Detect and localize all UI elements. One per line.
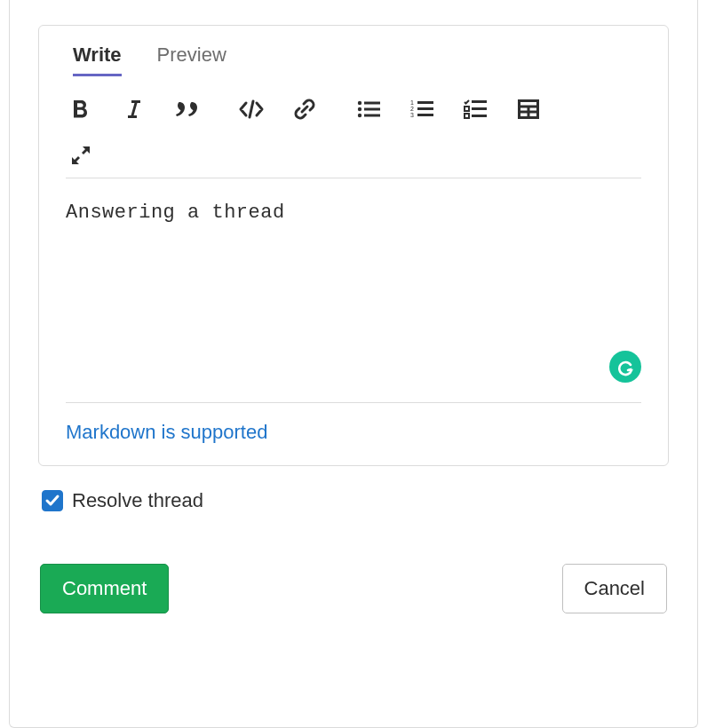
resolve-thread-row: Resolve thread bbox=[42, 489, 669, 512]
code-icon bbox=[238, 99, 265, 120]
comment-button[interactable]: Comment bbox=[40, 564, 169, 613]
svg-rect-9 bbox=[417, 107, 433, 110]
link-button[interactable] bbox=[290, 94, 320, 124]
svg-rect-7 bbox=[417, 101, 433, 104]
svg-rect-15 bbox=[465, 114, 469, 118]
fullscreen-button[interactable] bbox=[66, 140, 96, 170]
toolbar-group-code bbox=[236, 94, 320, 124]
numbered-list-icon: 123 bbox=[410, 99, 433, 119]
svg-point-0 bbox=[358, 101, 361, 105]
task-list-icon bbox=[464, 99, 487, 119]
button-row: Comment Cancel bbox=[38, 564, 669, 613]
resolve-thread-checkbox[interactable] bbox=[42, 490, 63, 511]
task-list-button[interactable] bbox=[460, 94, 490, 124]
table-icon bbox=[518, 99, 539, 119]
cancel-button[interactable]: Cancel bbox=[562, 564, 667, 613]
bold-icon bbox=[71, 99, 91, 120]
table-button[interactable] bbox=[513, 94, 544, 124]
numbered-list-button[interactable]: 123 bbox=[407, 94, 437, 124]
svg-rect-14 bbox=[472, 107, 487, 110]
bullet-list-button[interactable] bbox=[354, 94, 384, 124]
svg-rect-16 bbox=[472, 115, 487, 117]
tab-preview[interactable]: Preview bbox=[157, 44, 226, 76]
grammarly-icon bbox=[616, 357, 635, 376]
svg-rect-5 bbox=[364, 115, 380, 117]
toolbar: 123 bbox=[66, 76, 641, 178]
fullscreen-icon bbox=[69, 144, 92, 167]
comment-textarea[interactable] bbox=[66, 178, 641, 374]
editor-container: Write Preview bbox=[38, 25, 669, 466]
svg-text:1: 1 bbox=[410, 99, 414, 106]
editor-tabs: Write Preview bbox=[73, 44, 641, 76]
svg-rect-3 bbox=[364, 108, 380, 111]
grammarly-button[interactable] bbox=[609, 351, 641, 383]
bold-button[interactable] bbox=[66, 94, 96, 124]
italic-icon bbox=[124, 99, 144, 120]
code-button[interactable] bbox=[236, 94, 266, 124]
comment-panel: Write Preview bbox=[9, 0, 698, 728]
bullet-list-icon bbox=[357, 99, 380, 119]
quote-icon bbox=[175, 99, 200, 120]
markdown-supported-link[interactable]: Markdown is supported bbox=[66, 421, 267, 444]
editor-body bbox=[66, 178, 641, 403]
resolve-thread-label: Resolve thread bbox=[72, 489, 203, 512]
tab-write[interactable]: Write bbox=[73, 44, 122, 76]
svg-rect-11 bbox=[417, 114, 433, 116]
svg-rect-1 bbox=[364, 102, 380, 105]
link-icon bbox=[293, 98, 316, 121]
svg-point-2 bbox=[358, 107, 361, 111]
quote-button[interactable] bbox=[172, 94, 203, 124]
svg-rect-13 bbox=[465, 107, 469, 111]
toolbar-group-fullscreen bbox=[66, 140, 641, 170]
svg-point-4 bbox=[358, 114, 361, 117]
svg-rect-12 bbox=[472, 100, 487, 103]
toolbar-group-text bbox=[66, 94, 203, 124]
svg-text:2: 2 bbox=[410, 106, 414, 112]
svg-text:3: 3 bbox=[410, 112, 414, 118]
checkmark-icon bbox=[44, 493, 60, 509]
toolbar-group-lists: 123 bbox=[354, 94, 544, 124]
italic-button[interactable] bbox=[119, 94, 149, 124]
